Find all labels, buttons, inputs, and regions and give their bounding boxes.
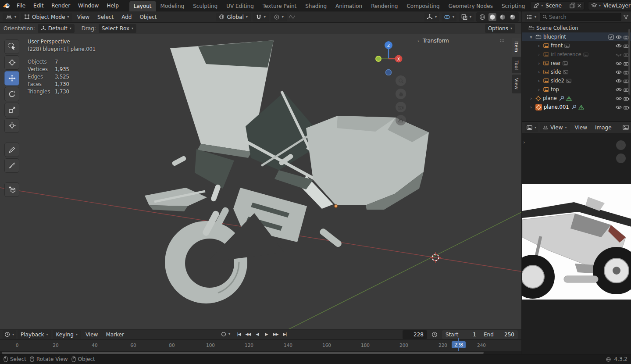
tab-scripting[interactable]: Scripting	[497, 1, 529, 11]
tab-item[interactable]: Item	[512, 38, 521, 56]
checkbox-icon[interactable]	[608, 34, 614, 40]
row-object-top[interactable]: › top	[522, 85, 631, 94]
tool-transform[interactable]	[4, 118, 19, 133]
tool-annotate[interactable]	[4, 143, 19, 157]
menu-file[interactable]: File	[13, 1, 29, 10]
outliner-search[interactable]	[540, 13, 621, 21]
tab-layout[interactable]: Layout	[129, 1, 156, 11]
menu-help[interactable]: Help	[103, 1, 122, 10]
next-keyframe-button[interactable]: ▶▶	[271, 330, 280, 339]
tab-sculpting[interactable]: Sculpting	[189, 1, 222, 11]
tab-geometry-nodes[interactable]: Geometry Nodes	[444, 1, 497, 11]
play-button[interactable]: ▶	[262, 330, 271, 339]
expander-icon[interactable]: ›	[536, 70, 542, 75]
camera-icon[interactable]	[624, 96, 630, 101]
expander-icon[interactable]: ›	[536, 61, 542, 66]
row-object-side[interactable]: › side	[522, 68, 631, 76]
vp-menu-view[interactable]: View	[74, 13, 93, 21]
end-frame-field[interactable]: End 250	[480, 330, 518, 339]
pan-hand-button[interactable]	[396, 89, 406, 99]
eye-icon[interactable]	[616, 35, 622, 39]
transform-panel-header[interactable]: › Transform	[416, 38, 449, 44]
auto-key-button[interactable]	[219, 330, 228, 339]
search-input[interactable]	[549, 14, 619, 20]
tab-tool[interactable]: Tool	[512, 57, 521, 73]
snapping-dropdown[interactable]: ▾	[253, 13, 269, 21]
sidebar-toggle-arrow[interactable]: ›	[523, 139, 525, 145]
eye-icon[interactable]	[616, 79, 622, 83]
drag-dropdown[interactable]: Select Box ▾	[99, 24, 136, 33]
tool-cursor[interactable]	[4, 55, 19, 70]
eye-closed-icon[interactable]	[616, 52, 622, 57]
menu-render[interactable]: Render	[48, 1, 74, 10]
expander-icon[interactable]: ›	[528, 105, 534, 110]
playback-dropdown[interactable]: Playback ▾	[18, 330, 51, 339]
proportional-editing-dropdown[interactable]: ▾	[271, 13, 287, 21]
camera-view-button[interactable]	[396, 102, 406, 112]
start-frame-field[interactable]: Start 1	[442, 330, 480, 339]
eye-icon[interactable]	[616, 87, 622, 92]
image-editor-type-dropdown[interactable]: ▾	[525, 123, 538, 132]
menu-edit[interactable]: Edit	[30, 1, 47, 10]
scene-selector[interactable]: ▾ Scene	[530, 1, 585, 10]
jump-to-start-button[interactable]: |◀	[235, 330, 243, 339]
tab-modeling[interactable]: Modeling	[156, 1, 189, 11]
shading-wireframe-button[interactable]	[478, 13, 486, 21]
orientation-dropdown[interactable]: Default ▾	[38, 24, 75, 33]
play-reverse-button[interactable]: ◀	[253, 330, 261, 339]
tab-uv-editing[interactable]: UV Editing	[222, 1, 258, 11]
options-dropdown[interactable]: Options ▾	[485, 24, 515, 33]
row-object-irl-reference[interactable]: › irl reference	[522, 50, 631, 59]
menu-window[interactable]: Window	[75, 1, 102, 10]
row-object-plane[interactable]: › plane	[522, 94, 631, 103]
shading-material-button[interactable]	[499, 13, 506, 21]
row-object-side2[interactable]: › side2	[522, 76, 631, 85]
image-pan-button[interactable]	[616, 153, 626, 163]
tab-shading[interactable]: Shading	[301, 1, 331, 11]
expander-icon[interactable]: ›	[536, 79, 542, 83]
jump-to-end-button[interactable]: ▶|	[281, 330, 289, 339]
browse-image-icon[interactable]	[623, 125, 629, 130]
tool-move[interactable]	[4, 71, 19, 86]
viewport-3d[interactable]: User Perspective (228) blueprint | plane…	[0, 34, 521, 329]
zoom-button[interactable]	[396, 75, 406, 86]
row-object-plane-001[interactable]: › plane.001	[522, 103, 631, 111]
gizmo-neg-z-axis[interactable]	[386, 70, 392, 75]
current-frame-field[interactable]: 228	[403, 330, 427, 339]
row-object-rear[interactable]: › rear	[522, 59, 631, 68]
vp-menu-select[interactable]: Select	[94, 13, 117, 21]
tab-compositing[interactable]: Compositing	[402, 1, 444, 11]
tool-measure[interactable]	[4, 158, 19, 173]
eye-icon[interactable]	[616, 96, 622, 101]
blender-logo-icon[interactable]	[3, 3, 11, 9]
toggle-xray-button[interactable]: ▾	[459, 13, 474, 21]
preview-range-clock-icon[interactable]	[431, 332, 438, 338]
tab-rendering[interactable]: Rendering	[367, 1, 402, 11]
tl-menu-marker[interactable]: Marker	[103, 331, 127, 339]
new-scene-icon[interactable]	[570, 3, 575, 8]
transform-orientation-dropdown[interactable]: Global ▾	[216, 13, 250, 21]
tool-rotate[interactable]	[4, 87, 19, 101]
navigation-gizmo[interactable]: Z X	[373, 37, 404, 75]
prev-keyframe-button[interactable]: ◀◀	[244, 330, 252, 339]
eye-icon[interactable]	[616, 61, 622, 66]
mode-dropdown[interactable]: Object Mode ▾	[21, 13, 72, 21]
show-overlays-dropdown[interactable]: ▾	[442, 13, 456, 21]
shading-solid-button[interactable]	[488, 13, 496, 21]
editor-type-dropdown[interactable]: ▾	[3, 13, 19, 21]
row-collection-blueprint[interactable]: ▾ blueprint	[522, 32, 631, 41]
gizmo-y-axis[interactable]	[376, 56, 381, 61]
image-zoom-button[interactable]	[616, 140, 626, 150]
region-menu-dots[interactable]	[500, 39, 505, 42]
expander-icon[interactable]: ›	[536, 87, 542, 92]
tab-texture-paint[interactable]: Texture Paint	[258, 1, 301, 11]
perspective-toggle-button[interactable]	[396, 115, 406, 125]
keying-dropdown[interactable]: Keying ▾	[53, 330, 81, 339]
outliner-editor-dropdown[interactable]: ▾	[525, 13, 538, 21]
tool-add-cube[interactable]	[4, 182, 19, 197]
expander-icon[interactable]: ›	[536, 43, 542, 48]
timeline-editor-dropdown[interactable]: ▾	[3, 330, 16, 339]
tab-view[interactable]: View	[512, 75, 521, 93]
tool-scale[interactable]	[4, 103, 19, 117]
row-object-front[interactable]: › front	[522, 41, 631, 50]
